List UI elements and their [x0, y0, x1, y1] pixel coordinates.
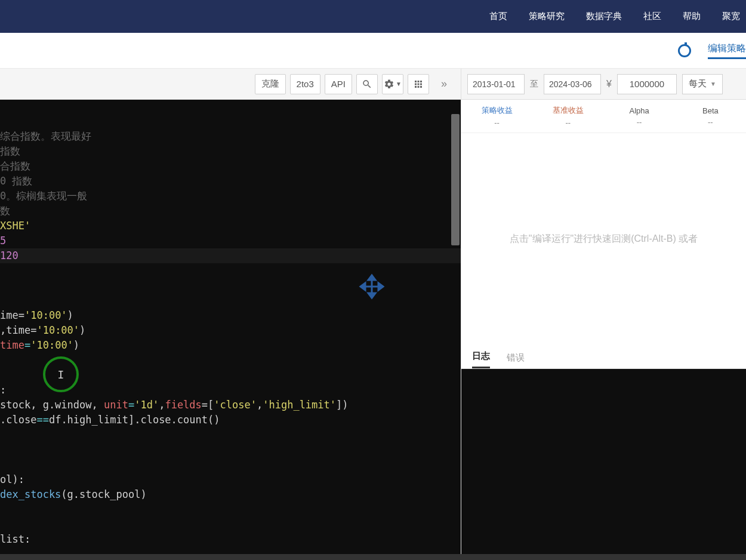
- date-to-input[interactable]: [544, 74, 601, 94]
- left-panel: 克隆 2to3 API ▼ » 综合指数。表现最好 指数 合指数 0 指数 0。…: [0, 69, 461, 560]
- top-nav: 首页 策略研究 数据字典 社区 帮助 聚宽: [0, 0, 746, 33]
- nav-help[interactable]: 帮助: [683, 11, 701, 22]
- code-editor[interactable]: 综合指数。表现最好 指数 合指数 0 指数 0。棕榈集表现一般 数 XSHE' …: [0, 100, 461, 560]
- nav-strategy-research[interactable]: 策略研究: [529, 11, 565, 22]
- main-area: 克隆 2to3 API ▼ » 综合指数。表现最好 指数 合指数 0 指数 0。…: [0, 69, 746, 560]
- date-to-label: 至: [530, 79, 538, 90]
- nav-community[interactable]: 社区: [643, 11, 661, 22]
- nav-data-dict[interactable]: 数据字典: [586, 11, 622, 22]
- grid-icon: [413, 79, 424, 90]
- frequency-select[interactable]: 每天 ▼: [682, 74, 723, 94]
- status-bar: [0, 554, 746, 560]
- sub-bar: 编辑策略: [0, 33, 746, 69]
- tab-error[interactable]: 错误: [507, 352, 525, 368]
- settings-button[interactable]: ▼: [382, 74, 403, 94]
- clone-button[interactable]: 克隆: [255, 74, 286, 94]
- right-panel: 至 ¥ 每天 ▼ 策略收益 -- 基准收益 -- Alpha --: [461, 69, 746, 560]
- metric-strategy-return: 策略收益 --: [461, 100, 532, 133]
- capital-input[interactable]: [617, 74, 677, 94]
- metric-benchmark-return: 基准收益 --: [532, 100, 603, 133]
- log-output[interactable]: [461, 369, 746, 560]
- frequency-value: 每天: [689, 78, 707, 90]
- metric-alpha: Alpha --: [604, 100, 675, 133]
- backtest-hint: 点击"编译运行"进行快速回测(Ctrl-Alt-B) 或者: [461, 133, 746, 345]
- stopwatch-icon[interactable]: [678, 44, 691, 57]
- nav-home[interactable]: 首页: [489, 11, 507, 22]
- date-from-input[interactable]: [467, 74, 525, 94]
- api-button[interactable]: API: [325, 74, 352, 94]
- edit-strategy-tab[interactable]: 编辑策略: [708, 42, 746, 59]
- currency-label: ¥: [606, 79, 612, 90]
- metric-beta: Beta --: [675, 100, 746, 133]
- metrics-row: 策略收益 -- 基准收益 -- Alpha -- Beta --: [461, 100, 746, 133]
- backtest-controls: 至 ¥ 每天 ▼: [461, 69, 746, 100]
- editor-scrollbar[interactable]: [451, 114, 460, 245]
- nav-joinquant[interactable]: 聚宽: [722, 11, 740, 22]
- editor-content: 综合指数。表现最好 指数 合指数 0 指数 0。棕榈集表现一般 数 XSHE' …: [0, 100, 461, 560]
- caret-down-icon: ▼: [396, 81, 402, 87]
- caret-down-icon: ▼: [710, 81, 716, 87]
- chevron-right-icon: »: [441, 78, 447, 90]
- search-button[interactable]: [356, 74, 378, 94]
- log-tabs: 日志 错误: [461, 345, 746, 369]
- editor-toolbar: 克隆 2to3 API ▼ »: [0, 69, 461, 100]
- grid-button[interactable]: [408, 74, 429, 94]
- search-icon: [362, 79, 372, 90]
- tab-log[interactable]: 日志: [472, 350, 490, 368]
- 2to3-button[interactable]: 2to3: [290, 74, 320, 94]
- collapse-button[interactable]: »: [433, 74, 455, 94]
- gear-icon: [384, 79, 394, 90]
